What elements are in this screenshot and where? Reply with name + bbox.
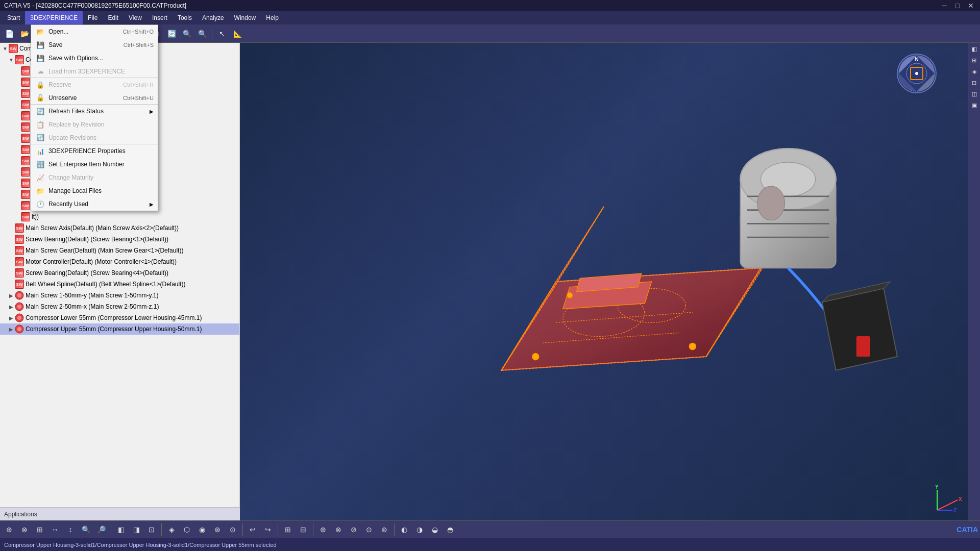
toolbar-separator-b2 [161,523,162,536]
tree-item-screw-bearing-4[interactable]: SW Screw Bearing(Default) (Screw Bearing… [0,267,239,279]
tree-item-belt-wheel[interactable]: SW Belt Wheel Spline(Default) (Belt Whee… [0,279,239,290]
tree-item-label: Screw Bearing(Default) (Screw Bearing<4>… [26,269,168,277]
bottom-btn-27[interactable]: ◒ [428,522,442,537]
load-label: Load from 3DEXPERIENCE [48,68,125,75]
save-shortcut: Ctrl+Shift+S [124,42,154,48]
tree-item-comp-lower[interactable]: ▶ Compressor Lower 55mm (Compressor Lowe… [0,312,239,323]
tree-item-icon: SW [14,268,24,278]
bottom-btn-1[interactable]: ⊕ [2,522,16,537]
close-button[interactable]: ✕ [966,1,976,11]
menu-update-revisions[interactable]: 🔃 Update Revisions [31,131,158,144]
svg-text:Z: Z [953,508,957,513]
tree-item-icon: SW [20,167,31,177]
bottom-btn-20[interactable]: ⊕ [316,522,330,537]
bottom-btn-25[interactable]: ◐ [397,522,411,537]
menu-enterprise-item[interactable]: 🔢 Set Enterprise Item Number [31,158,158,171]
menu-refresh-files[interactable]: 🔄 Refresh Files Status ▶ [31,105,158,118]
bottom-btn-19[interactable]: ⊟ [296,522,310,537]
tree-item-comp-upper[interactable]: ▶ Compressor Upper 55mm (Compressor Uppe… [0,323,239,335]
right-btn-5[interactable]: ◫ [969,89,979,99]
bottom-btn-6[interactable]: 🔍 [79,522,93,537]
select-button[interactable]: ↖ [215,27,229,41]
menu-reserve[interactable]: 🔒 Reserve Ctrl+Shift+R [31,78,158,91]
menu-load-3dx[interactable]: ☁ Load from 3DEXPERIENCE [31,65,158,78]
3d-viewport[interactable]: N [240,43,968,520]
menu-replace-revision[interactable]: 📋 Replace by Revision [31,118,158,131]
bottom-btn-12[interactable]: ⬡ [180,522,194,537]
tree-item-icon: SW [20,144,31,155]
bottom-btn-9[interactable]: ◨ [129,522,143,537]
bottom-btn-2[interactable]: ⊗ [17,522,32,537]
menu-analyze[interactable]: Analyze [197,11,229,24]
right-btn-3[interactable]: ◈ [969,66,979,77]
minimize-button[interactable]: ─ [939,1,949,11]
svg-point-40 [567,292,573,298]
bottom-btn-18[interactable]: ⊞ [281,522,295,537]
update-icon: 🔃 [35,133,45,143]
tree-item-14[interactable]: SW lt)) [0,211,239,222]
bottom-btn-3[interactable]: ⊞ [33,522,47,537]
menu-3dexperience[interactable]: 3DEXPERIENCE [25,11,83,24]
zoom-in-button[interactable]: 🔍 [180,27,194,41]
bottom-btn-11[interactable]: ◈ [164,522,179,537]
menu-open[interactable]: 📂 Open... Ctrl+Shift+O [31,25,158,38]
menu-help[interactable]: Help [261,11,284,24]
menu-3dx-properties[interactable]: 📊 3DEXPERIENCE Properties [31,144,158,158]
rotate-button[interactable]: 🔄 [164,27,179,41]
tree-item-screw-bearing-1[interactable]: SW Screw Bearing(Default) (Screw Bearing… [0,234,239,245]
bottom-btn-8[interactable]: ◧ [114,522,128,537]
bottom-btn-14[interactable]: ⊛ [210,522,225,537]
expand-icon: ▶ [8,315,14,321]
menu-tools[interactable]: Tools [173,11,197,24]
maximize-button[interactable]: □ [952,1,963,11]
bottom-btn-23[interactable]: ⊙ [362,522,376,537]
bottom-btn-16[interactable]: ↩ [246,522,260,537]
bottom-btn-24[interactable]: ⊚ [377,522,391,537]
tree-item-main-screw-axis[interactable]: SW Main Screw Axis(Default) (Main Screw … [0,222,239,234]
tree-item-icon: SW [20,156,31,166]
new-button[interactable]: 📄 [2,27,16,41]
tree-item-main-screw-1[interactable]: ▶ Main Screw 1-50mm-y (Main Screw 1-50mm… [0,290,239,301]
menu-start[interactable]: Start [2,11,25,24]
svg-point-3 [17,305,21,309]
right-btn-4[interactable]: ⊡ [969,78,979,88]
toolbar-separator-3 [212,28,212,40]
tree-item-icon: SW [20,77,31,87]
tree-item-icon: SW [20,88,31,98]
applications-bar[interactable]: Applications [0,507,240,520]
bottom-btn-22[interactable]: ⊘ [347,522,361,537]
tree-item-icon: SW [14,257,24,267]
tree-item-motor-ctrl[interactable]: SW Motor Controller(Default) (Motor Cont… [0,256,239,267]
menu-window[interactable]: Window [229,11,261,24]
bottom-btn-7[interactable]: 🔎 [94,522,108,537]
menu-unreserve[interactable]: 🔓 Unreserve Ctrl+Shift+U [31,91,158,105]
bottom-btn-15[interactable]: ⊙ [226,522,240,537]
bottom-btn-26[interactable]: ◑ [412,522,427,537]
menu-save-options[interactable]: 💾 Save with Options... [31,52,158,65]
bottom-btn-17[interactable]: ↪ [261,522,275,537]
menu-view[interactable]: View [124,11,147,24]
bottom-btn-21[interactable]: ⊗ [331,522,346,537]
menu-save[interactable]: 💾 Save Ctrl+Shift+S [31,38,158,52]
bottom-btn-5[interactable]: ↕ [63,522,78,537]
right-btn-2[interactable]: ⊞ [969,55,979,65]
right-btn-6[interactable]: ▣ [969,100,979,110]
menu-recently-used[interactable]: 🕐 Recently Used ▶ [31,197,158,211]
bottom-btn-4[interactable]: ↔ [48,522,62,537]
menu-insert[interactable]: Insert [147,11,173,24]
measure-button[interactable]: 📐 [230,27,244,41]
menu-change-maturity[interactable]: 📈 Change Maturity [31,171,158,184]
open-button[interactable]: 📂 [17,27,32,41]
menu-manage-local[interactable]: 📁 Manage Local Files [31,184,158,197]
menu-edit[interactable]: Edit [103,11,124,24]
applications-label: Applications [4,511,37,518]
bottom-btn-10[interactable]: ⊡ [144,522,159,537]
reserve-icon: 🔒 [35,80,45,90]
zoom-out-button[interactable]: 🔍 [195,27,209,41]
tree-item-main-screw-gear[interactable]: SW Main Screw Gear(Default) (Main Screw … [0,245,239,256]
tree-item-main-screw-2[interactable]: ▶ Main Screw 2-50mm-x (Main Screw 2-50mm… [0,301,239,312]
right-btn-1[interactable]: ◧ [969,44,979,54]
menu-file[interactable]: File [83,11,103,24]
bottom-btn-28[interactable]: ◓ [443,522,457,537]
bottom-btn-13[interactable]: ◉ [195,522,209,537]
